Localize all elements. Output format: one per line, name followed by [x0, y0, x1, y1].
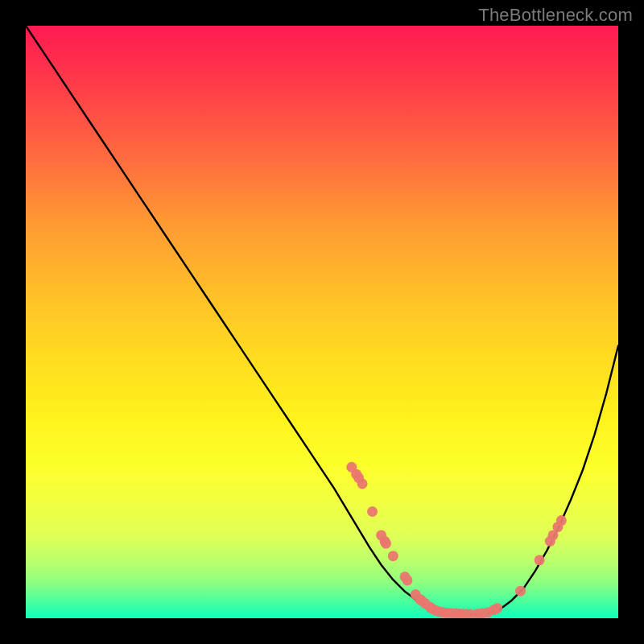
data-point — [556, 515, 567, 526]
data-point — [535, 555, 545, 565]
data-point — [367, 506, 378, 517]
data-point — [402, 575, 412, 585]
data-point — [357, 478, 368, 489]
chart-container: TheBottleneck.com — [0, 0, 644, 644]
watermark-label: TheBottleneck.com — [478, 5, 633, 26]
data-point — [515, 586, 526, 597]
bottleneck-curve — [26, 26, 618, 615]
chart-svg — [26, 26, 618, 618]
plot-area — [26, 26, 618, 618]
data-point — [388, 551, 398, 561]
data-point — [381, 539, 391, 549]
data-points-group — [346, 462, 567, 618]
data-point — [492, 603, 502, 613]
